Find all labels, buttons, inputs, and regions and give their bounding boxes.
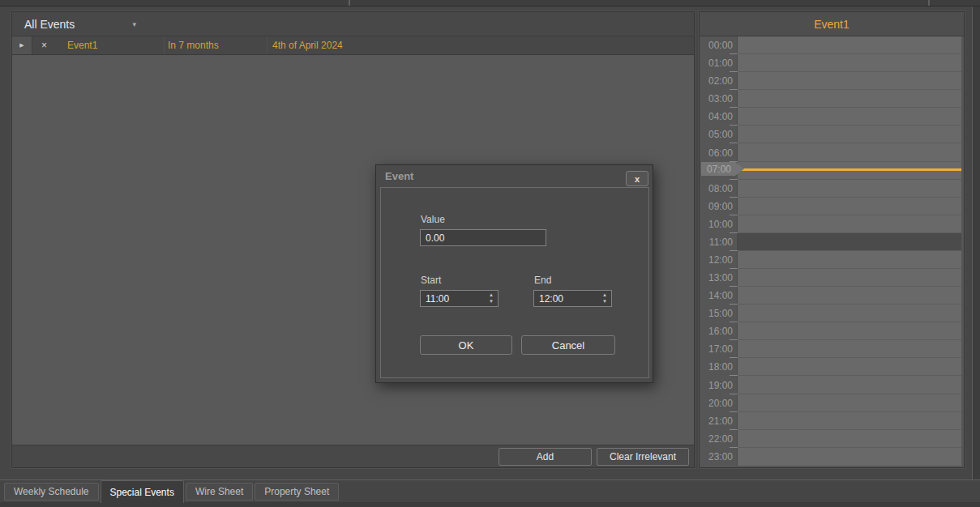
dialog-title: Event [385,170,413,182]
spinner-up-icon[interactable]: ▲ [602,293,607,297]
hour-row: 06:00 [700,143,961,161]
hour-cell[interactable] [738,108,961,126]
right-scrollbar-track[interactable] [972,0,980,507]
hour-label: 22:00 [700,430,738,448]
hour-label: 13:00 [700,269,738,287]
end-time-field[interactable] [534,291,598,306]
hour-label: 05:00 [700,126,738,143]
tab-property-sheet[interactable]: Property Sheet [255,483,339,501]
hour-label: 18:00 [700,358,738,376]
value-label: Value [421,214,445,225]
hour-label: 15:00 [700,305,738,322]
hour-cell[interactable] [738,412,961,430]
hour-row: 10:00 [700,215,961,233]
value-field[interactable] [420,229,546,246]
hour-cell[interactable] [738,143,961,161]
hour-cell[interactable] [738,198,961,215]
cancel-button[interactable]: Cancel [521,335,615,355]
hour-row: 11:00 [700,233,961,251]
hour-label: 16:00 [700,322,738,340]
event-dialog: Event x Value Start ▲ ▼ End ▲ ▼ OK Cance… [375,164,653,383]
tab-wire-sheet[interactable]: Wire Sheet [186,483,253,501]
hour-row: 18:00 [700,358,961,376]
pane-divider [349,0,350,6]
start-time-stepper: ▲ ▼ [420,290,499,307]
expand-arrow-icon[interactable]: ▶ [12,36,32,54]
hour-row: 02:00 [700,72,961,90]
hour-cell[interactable] [738,90,961,108]
event-row[interactable]: ▶ × Event1 In 7 months 4th of April 2024 [12,36,694,55]
day-schedule-grid: 00:0001:0002:0003:0004:0005:0006:0007:00… [700,36,964,467]
hour-row: 17:00 [700,340,961,358]
hour-row: 20:00 [700,394,961,412]
current-time-marker[interactable]: 07:00 [701,162,744,176]
hour-label: 20:00 [700,394,738,412]
hour-cell[interactable] [738,215,961,233]
hour-label: 17:00 [700,340,738,358]
hour-row: 01:00 [700,54,961,72]
event-list-footer: Add Clear Irrelevant [12,445,694,467]
hour-cell[interactable] [738,322,961,340]
end-time-stepper: ▲ ▼ [533,290,612,307]
hour-cell[interactable] [738,358,961,376]
pane-divider [928,0,930,6]
current-time-line [738,168,961,171]
hour-row: 05:00 [700,126,961,143]
hour-row: 21:00 [700,412,961,430]
event-filter-label: All Events [24,18,75,31]
spinner-down-icon[interactable]: ▼ [489,300,494,304]
hour-row: 16:00 [700,322,961,340]
hour-row: 04:00 [700,108,961,126]
hour-row: 19:00 [700,376,961,394]
hour-cell[interactable] [738,233,961,251]
hour-cell[interactable] [738,394,961,412]
hour-cell[interactable] [738,287,961,305]
hour-label: 02:00 [700,72,738,90]
hour-cell[interactable] [738,305,961,322]
hour-label: 19:00 [700,376,738,394]
event-date: 4th of April 2024 [267,36,694,54]
ok-button[interactable]: OK [420,335,512,355]
hour-row: 22:00 [700,430,961,448]
spinner-up-icon[interactable]: ▲ [489,293,494,297]
hour-cell[interactable] [738,54,961,72]
hour-label: 12:00 [700,251,738,269]
hour-label: 08:00 [700,180,738,198]
end-label: End [534,275,551,286]
hour-cell[interactable] [738,340,961,358]
hour-cell[interactable] [738,126,961,143]
hour-row: 00:00 [700,36,961,54]
remove-event-icon[interactable]: × [32,36,56,54]
view-tab-bar: Weekly ScheduleSpecial EventsWire SheetP… [0,479,980,502]
hour-cell[interactable] [738,251,961,269]
hour-row: 23:00 [700,448,961,466]
add-button[interactable]: Add [499,448,592,466]
hour-row: 12:00 [700,251,961,269]
hour-cell[interactable] [738,376,961,394]
hour-cell[interactable] [738,36,961,54]
scheduler-view: All Events ▾ ▶ × Event1 In 7 months 4th … [0,0,980,507]
hour-label: 23:00 [700,448,738,466]
hour-cell[interactable] [738,72,961,90]
hour-cell[interactable] [738,180,961,198]
hour-label: 00:00 [700,36,738,54]
day-schedule-panel: Event1 00:0001:0002:0003:0004:0005:0006:… [699,11,965,468]
tab-special-events[interactable]: Special Events [101,480,184,503]
tab-weekly-schedule[interactable]: Weekly Schedule [4,483,99,501]
event-filter-dropdown[interactable]: All Events ▾ [24,12,139,36]
hour-label: 09:00 [700,198,738,215]
start-time-field[interactable] [421,291,485,306]
hour-label: 06:00 [700,143,738,161]
hour-cell[interactable] [738,448,961,466]
hour-label: 01:00 [700,54,738,72]
event-recurrence: In 7 months [164,36,267,54]
spinner-down-icon[interactable]: ▼ [602,300,607,304]
hour-label: 11:00 [700,233,738,251]
clear-irrelevant-button[interactable]: Clear Irrelevant [597,448,689,466]
hour-cell[interactable] [738,430,961,448]
top-pane-edge [0,0,980,6]
start-label: Start [421,275,441,286]
hour-cell[interactable] [738,269,961,287]
hour-row: 13:00 [700,269,961,287]
close-icon[interactable]: x [626,171,648,186]
